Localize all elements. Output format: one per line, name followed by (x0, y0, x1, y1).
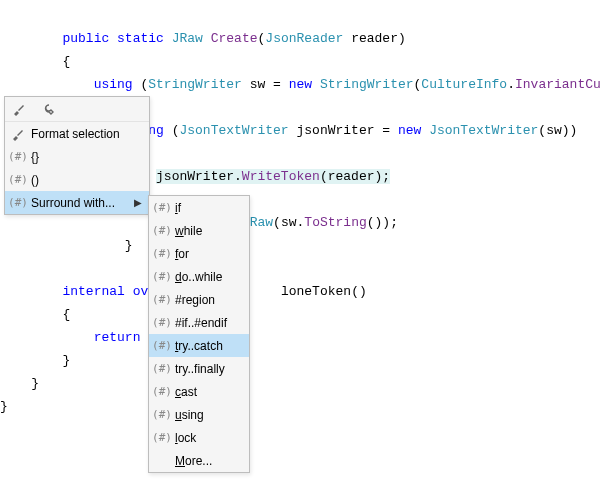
menu-item-format[interactable]: Format selection (5, 122, 149, 145)
submenu-item-while[interactable]: (#) while (149, 219, 249, 242)
submenu-item-tryfinally[interactable]: (#) try..finally (149, 357, 249, 380)
snippet-icon: (#) (8, 150, 28, 163)
snippet-icon: (#) (152, 270, 172, 283)
menu-label: Surround with... (31, 196, 131, 210)
snippet-icon: (#) (152, 408, 172, 421)
menu-item-braces[interactable]: (#) {} (5, 145, 149, 168)
wrench-icon[interactable] (37, 99, 57, 119)
snippet-icon: (#) (152, 293, 172, 306)
menu-label: {} (31, 150, 145, 164)
submenu-item-using[interactable]: (#) using (149, 403, 249, 426)
selected-code: jsonWriter.WriteToken(reader); (156, 169, 390, 184)
menu-label: using (175, 408, 245, 422)
submenu-item-cast[interactable]: (#) cast (149, 380, 249, 403)
submenu-item-lock[interactable]: (#) lock (149, 426, 249, 449)
snippet-icon: (#) (152, 385, 172, 398)
snippet-icon: (#) (152, 339, 172, 352)
surround-with-submenu: (#) if (#) while (#) for (#) do..while (… (148, 195, 250, 473)
submenu-item-region[interactable]: (#) #region (149, 288, 249, 311)
menu-label: cast (175, 385, 245, 399)
kw-public: public (62, 31, 109, 46)
method-create: Create (211, 31, 258, 46)
menu-label: while (175, 224, 245, 238)
submenu-item-if[interactable]: (#) if (149, 196, 249, 219)
snippet-icon: (#) (152, 247, 172, 260)
submenu-item-more[interactable]: More... (149, 449, 249, 472)
menu-item-parens[interactable]: (#) () (5, 168, 149, 191)
menu-item-surround-with[interactable]: (#) Surround with... ▶ (5, 191, 149, 214)
snippet-icon: (#) (152, 431, 172, 444)
menu-label: #if..#endif (175, 316, 245, 330)
snippet-icon: (#) (152, 362, 172, 375)
submenu-item-ifendif[interactable]: (#) #if..#endif (149, 311, 249, 334)
snippet-icon: (#) (152, 224, 172, 237)
quick-actions-menu: Format selection (#) {} (#) () (#) Surro… (4, 96, 150, 215)
submenu-item-for[interactable]: (#) for (149, 242, 249, 265)
menu-label: More... (175, 454, 245, 468)
menu-label: try..catch (175, 339, 245, 353)
snippet-icon: (#) (152, 201, 172, 214)
type-jraw: JRaw (172, 31, 203, 46)
snippet-icon: (#) (152, 316, 172, 329)
menu-label: () (31, 173, 145, 187)
menu-toolbar (5, 97, 149, 122)
menu-label: do..while (175, 270, 245, 284)
menu-label: lock (175, 431, 245, 445)
submenu-item-dowhile[interactable]: (#) do..while (149, 265, 249, 288)
kw-static: static (117, 31, 164, 46)
snippet-icon: (#) (8, 173, 28, 186)
menu-label: for (175, 247, 245, 261)
menu-label: if (175, 201, 245, 215)
menu-label: try..finally (175, 362, 245, 376)
menu-label: #region (175, 293, 245, 307)
paintbrush-icon[interactable] (9, 99, 29, 119)
snippet-icon: (#) (8, 196, 28, 209)
submenu-item-trycatch[interactable]: (#) try..catch (149, 334, 249, 357)
submenu-arrow-icon: ▶ (131, 197, 145, 208)
menu-label: Format selection (31, 127, 145, 141)
type-jsonreader: JsonReader (265, 31, 343, 46)
paintbrush-icon (5, 127, 31, 141)
